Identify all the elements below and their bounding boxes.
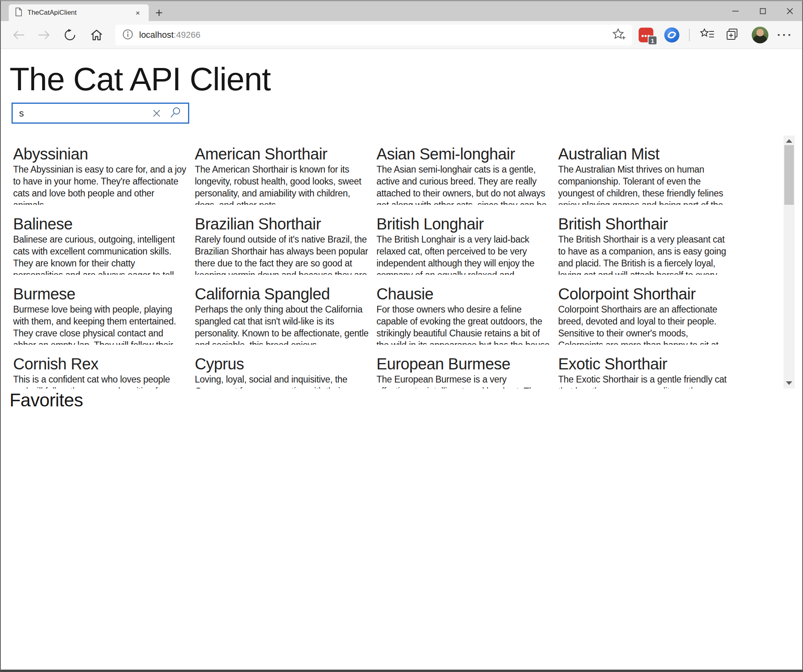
tab-close-icon[interactable]: × [133, 8, 142, 17]
breed-name: Chausie [376, 285, 550, 303]
sync-extension-icon[interactable] [664, 27, 679, 43]
clear-x-icon [152, 109, 161, 118]
collections-icon[interactable] [725, 28, 739, 42]
breed-card[interactable]: Exotic Shorthair The Exotic Shorthair is… [558, 355, 732, 388]
settings-menu-button[interactable]: ··· [777, 29, 793, 41]
search-box [12, 103, 189, 124]
breed-description: This is a confident cat who loves people… [13, 373, 187, 388]
home-icon [90, 29, 103, 41]
maximize-icon [759, 8, 766, 15]
breed-description: Burmese love being with people, playing … [13, 303, 187, 345]
minimize-icon [732, 8, 739, 15]
scroll-down-arrow-icon[interactable] [786, 381, 792, 385]
url-text: localhost:49266 [139, 30, 612, 40]
tab-title: TheCatApiClient [27, 9, 128, 17]
page-content: The Cat API Client Abyssinian The Abyssi… [1, 49, 802, 670]
forward-arrow-icon [38, 29, 50, 41]
scrollbar-thumb[interactable] [784, 145, 794, 205]
breed-name: British Shorthair [558, 215, 732, 233]
breed-name: Abyssinian [13, 145, 187, 163]
breeds-grid: Abyssinian The Abyssinian is easy to car… [13, 145, 733, 388]
breed-description: The Australian Mist thrives on human com… [558, 163, 732, 205]
breed-name: Exotic Shorthair [558, 355, 732, 373]
breed-card[interactable]: British Shorthair The British Shorthair … [558, 215, 732, 275]
breed-description: Colorpoint Shorthairs are an affectionat… [558, 303, 732, 345]
breed-card[interactable]: Balinese Balinese are curious, outgoing,… [13, 215, 187, 275]
search-icon [170, 107, 182, 118]
toolbar-separator [689, 29, 690, 41]
password-extension-icon[interactable]: 1 [639, 28, 654, 43]
add-favorite-star-icon[interactable] [612, 28, 626, 42]
url-host: localhost [139, 30, 174, 40]
breed-card[interactable]: Cyprus Loving, loyal, social and inquisi… [195, 355, 369, 388]
breed-name: Australian Mist [558, 145, 732, 163]
url-port: :49266 [174, 30, 200, 40]
site-info-icon[interactable] [122, 29, 133, 41]
breed-name: Asian Semi-longhair [376, 145, 550, 163]
breed-description: The American Shorthair is known for its … [195, 163, 369, 205]
address-bar[interactable]: localhost:49266 [115, 25, 632, 45]
forward-button[interactable] [38, 29, 50, 41]
favorites-hub-icon[interactable] [700, 28, 714, 42]
window-close-button[interactable] [778, 1, 802, 21]
breed-card[interactable]: Chausie For those owners who desire a fe… [376, 285, 550, 345]
browser-toolbar: localhost:49266 1 ··· [1, 21, 802, 49]
breed-card[interactable]: California Spangled Perhaps the only thi… [195, 285, 369, 345]
breed-description: Rarely found outside of it's native Braz… [195, 233, 369, 275]
window-maximize-button[interactable] [751, 1, 775, 21]
breed-description: The British Longhair is a very laid-back… [376, 233, 550, 275]
breed-name: Colorpoint Shorthair [558, 285, 732, 303]
search-submit-button[interactable] [170, 107, 182, 120]
breed-name: American Shorthair [195, 145, 369, 163]
breed-card[interactable]: Brazilian Shorthair Rarely found outside… [195, 215, 369, 275]
scroll-up-arrow-icon[interactable] [786, 139, 792, 143]
breed-name: Balinese [13, 215, 187, 233]
refresh-icon [64, 29, 76, 41]
breed-card[interactable]: Asian Semi-longhair The Asian semi-longh… [376, 145, 550, 205]
page-title: The Cat API Client [10, 60, 271, 98]
breed-description: The European Burmese is a very affection… [376, 373, 550, 388]
breed-name: Brazilian Shorthair [195, 215, 369, 233]
breed-card[interactable]: Australian Mist The Australian Mist thri… [558, 145, 732, 205]
window-minimize-button[interactable] [723, 1, 747, 21]
breed-card[interactable]: British Longhair The British Longhair is… [376, 215, 550, 275]
breed-name: European Burmese [376, 355, 550, 373]
breed-description: The Abyssinian is easy to care for, and … [13, 163, 187, 205]
search-input[interactable] [13, 104, 152, 122]
new-tab-button[interactable]: + [151, 5, 167, 20]
home-button[interactable] [90, 29, 103, 41]
breed-card[interactable]: Cornish Rex This is a confident cat who … [13, 355, 187, 388]
breed-card[interactable]: American Shorthair The American Shorthai… [195, 145, 369, 205]
breed-name: Cyprus [195, 355, 369, 373]
tab-thecatapiclient[interactable]: TheCatApiClient × [9, 4, 149, 21]
breed-card[interactable]: Abyssinian The Abyssinian is easy to car… [13, 145, 187, 205]
breed-description: Loving, loyal, social and inquisitive, t… [195, 373, 369, 388]
browser-window: TheCatApiClient × + l [0, 0, 803, 672]
search-clear-button[interactable] [152, 109, 161, 118]
breed-card[interactable]: European Burmese The European Burmese is… [376, 355, 550, 388]
breeds-panel: Abyssinian The Abyssinian is easy to car… [13, 145, 733, 388]
back-arrow-icon [12, 29, 25, 41]
breed-description: The British Shorthair is a very pleasant… [558, 233, 732, 275]
page-favicon-icon [15, 8, 22, 18]
breed-card[interactable]: Burmese Burmese love being with people, … [13, 285, 187, 345]
breed-name: California Spangled [195, 285, 369, 303]
profile-avatar[interactable] [752, 27, 768, 43]
refresh-button[interactable] [64, 29, 76, 41]
breed-name: Burmese [13, 285, 187, 303]
breed-description: Perhaps the only thing about the Califor… [195, 303, 369, 345]
back-button[interactable] [12, 29, 25, 41]
window-close-icon [786, 8, 793, 15]
breed-name: British Longhair [376, 215, 550, 233]
breed-description: For those owners who desire a feline cap… [376, 303, 550, 345]
tab-strip: TheCatApiClient × + [1, 1, 802, 21]
breeds-scrollbar[interactable] [784, 136, 795, 388]
breed-name: Cornish Rex [13, 355, 187, 373]
breed-description: The Exotic Shorthair is a gentle friendl… [558, 373, 732, 388]
favorites-heading: Favorites [10, 389, 83, 411]
breed-card[interactable]: Colorpoint Shorthair Colorpoint Shorthai… [558, 285, 732, 345]
breed-description: The Asian semi-longhair cats is a gentle… [376, 163, 550, 205]
extension-badge: 1 [648, 36, 658, 45]
breed-description: Balinese are curious, outgoing, intellig… [13, 233, 187, 275]
